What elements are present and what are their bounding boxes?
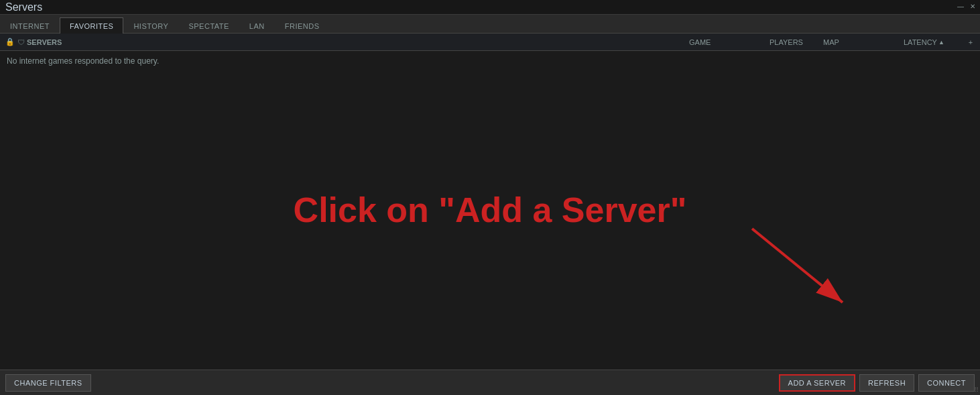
tab-spectate[interactable]: SPECTATE bbox=[178, 17, 239, 34]
annotation-arrow bbox=[739, 222, 859, 316]
column-servers-header: SERVERS bbox=[27, 38, 689, 46]
tab-favorites[interactable]: FAVORITES bbox=[60, 17, 123, 34]
connect-button[interactable]: CONNECT bbox=[918, 374, 975, 392]
column-header: 🔒 🛡 SERVERS GAME PLAYERS MAP LATENCY ▲ + bbox=[0, 34, 980, 51]
sort-arrow-icon: ▲ bbox=[938, 39, 944, 46]
bottom-bar: CHANGE FILTERS ADD A SERVER REFRESH CONN… bbox=[0, 370, 980, 395]
resize-corner: ⠿ bbox=[974, 386, 979, 394]
column-game-header[interactable]: GAME bbox=[689, 38, 770, 46]
column-latency-header[interactable]: LATENCY ▲ bbox=[904, 38, 964, 46]
server-list-area: No internet games responded to the query… bbox=[0, 51, 980, 370]
close-button[interactable]: ✕ bbox=[968, 1, 977, 11]
bottom-right-buttons: ADD A SERVER REFRESH CONNECT bbox=[779, 374, 975, 392]
column-icons: 🔒 🛡 bbox=[3, 38, 27, 46]
lock-icon: 🔒 bbox=[5, 38, 15, 46]
column-players-header[interactable]: PLAYERS bbox=[770, 38, 823, 46]
change-filters-button[interactable]: CHANGE FILTERS bbox=[5, 374, 91, 392]
column-add-header[interactable]: + bbox=[964, 38, 977, 46]
add-a-server-button[interactable]: ADD A SERVER bbox=[779, 374, 856, 392]
shield-icon: 🛡 bbox=[17, 38, 25, 46]
tab-bar: INTERNET FAVORITES HISTORY SPECTATE LAN … bbox=[0, 15, 980, 34]
tab-lan[interactable]: LAN bbox=[239, 17, 275, 34]
annotation-overlay: Click on "Add a Server" bbox=[0, 51, 980, 370]
tab-internet[interactable]: INTERNET bbox=[0, 17, 60, 34]
tab-history[interactable]: HISTORY bbox=[123, 17, 178, 34]
annotation-text: Click on "Add a Server" bbox=[294, 189, 687, 231]
window-title: Servers bbox=[5, 1, 42, 13]
svg-line-1 bbox=[752, 229, 843, 302]
minimize-button[interactable]: — bbox=[956, 1, 965, 11]
window-controls: — ✕ bbox=[956, 1, 977, 11]
tab-friends[interactable]: FRIENDS bbox=[275, 17, 330, 34]
refresh-button[interactable]: REFRESH bbox=[859, 374, 914, 392]
no-results-message: No internet games responded to the query… bbox=[0, 51, 980, 71]
column-map-header[interactable]: MAP bbox=[823, 38, 904, 46]
title-bar: Servers — ✕ bbox=[0, 0, 980, 15]
